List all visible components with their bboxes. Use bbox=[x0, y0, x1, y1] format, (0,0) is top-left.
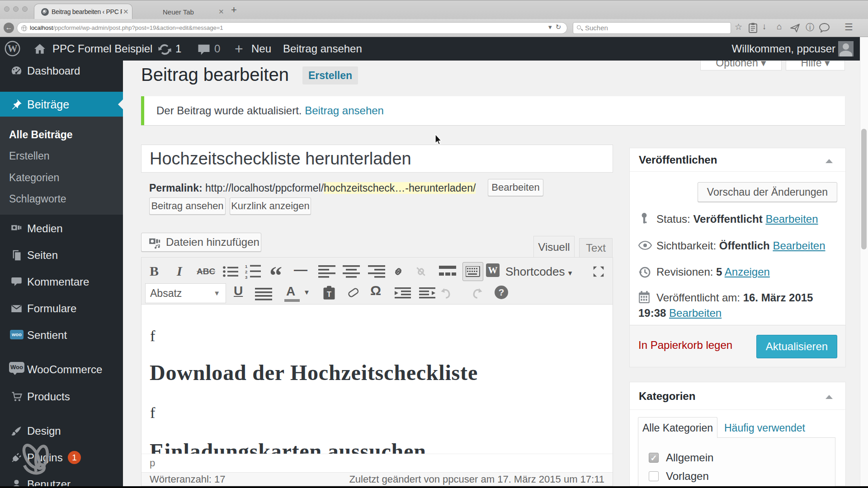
svg-text:2: 2 bbox=[245, 269, 247, 274]
svg-text:T: T bbox=[327, 290, 331, 298]
svg-text:1: 1 bbox=[245, 264, 248, 269]
svg-text:3: 3 bbox=[245, 275, 247, 279]
svg-text:W: W bbox=[7, 43, 17, 54]
